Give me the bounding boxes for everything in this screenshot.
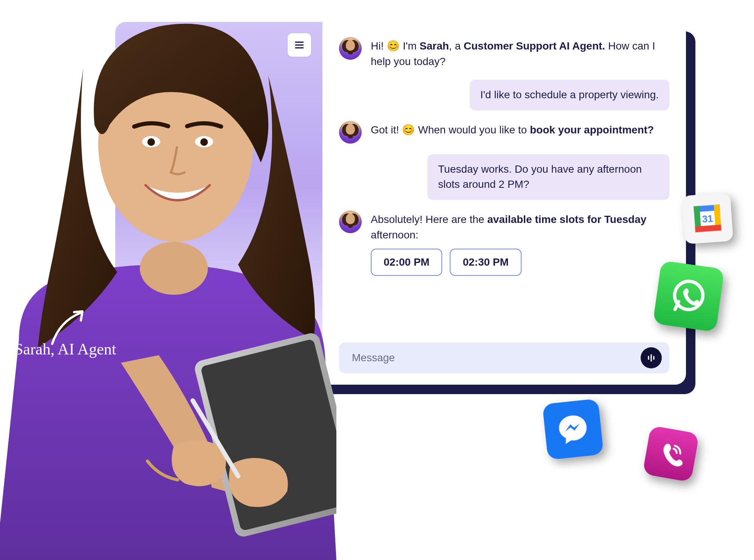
message-composer bbox=[339, 342, 669, 373]
phone-icon bbox=[643, 425, 700, 483]
messenger-icon bbox=[542, 399, 604, 460]
user-message: I'd like to schedule a property viewing. bbox=[470, 80, 669, 110]
voice-input-button[interactable] bbox=[641, 347, 662, 368]
chat-window: Hi! 😊 I'm Sarah, a Customer Support AI A… bbox=[115, 22, 686, 385]
svg-line-14 bbox=[193, 401, 238, 476]
agent-avatar bbox=[339, 121, 362, 144]
svg-text:31: 31 bbox=[702, 213, 714, 224]
agent-message: Got it! 😊 When would you like to book yo… bbox=[339, 121, 669, 144]
user-message: Tuesday works. Do you have any afternoon… bbox=[427, 154, 669, 200]
agent-message: Absolutely! Here are the available time … bbox=[339, 210, 669, 243]
time-slot-button[interactable]: 02:30 PM bbox=[450, 249, 521, 276]
agent-avatar bbox=[339, 37, 362, 60]
whatsapp-icon bbox=[653, 260, 725, 332]
google-calendar-icon: 31 bbox=[682, 193, 734, 244]
agent-annotation: Sarah, AI Agent bbox=[14, 340, 116, 358]
agent-avatar bbox=[339, 210, 362, 233]
chat-conversation: Hi! 😊 I'm Sarah, a Customer Support AI A… bbox=[322, 22, 686, 385]
annotation-label: Sarah, AI Agent bbox=[14, 340, 116, 358]
agent-message-text: Got it! 😊 When would you like to book yo… bbox=[371, 121, 654, 138]
message-input[interactable] bbox=[352, 352, 641, 364]
time-slot-options: 02:00 PM 02:30 PM bbox=[371, 249, 669, 276]
time-slot-button[interactable]: 02:00 PM bbox=[371, 249, 442, 276]
annotation-arrow-icon bbox=[45, 306, 90, 351]
user-message-text: I'd like to schedule a property viewing. bbox=[480, 89, 659, 101]
agent-message-text: Absolutely! Here are the available time … bbox=[371, 210, 666, 243]
agent-message: Hi! 😊 I'm Sarah, a Customer Support AI A… bbox=[339, 37, 669, 69]
voice-waveform-icon bbox=[646, 353, 656, 363]
agent-message-text: Hi! 😊 I'm Sarah, a Customer Support AI A… bbox=[371, 37, 666, 69]
hamburger-icon bbox=[294, 39, 305, 51]
menu-button[interactable] bbox=[288, 33, 311, 57]
user-message-text: Tuesday works. Do you have any afternoon… bbox=[438, 163, 642, 190]
chat-sidebar bbox=[115, 22, 322, 385]
